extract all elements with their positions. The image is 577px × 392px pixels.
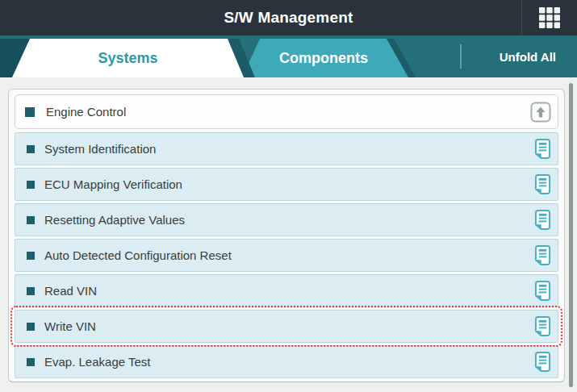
header-divider: [521, 0, 522, 35]
list-item-label: Evap. Leakage Test: [44, 355, 534, 369]
square-bullet-icon: [27, 287, 35, 295]
group-label: Engine Control: [46, 105, 530, 119]
tab-systems-label: Systems: [98, 50, 157, 67]
content-area: Engine Control System Identification E: [0, 77, 577, 392]
square-bullet-icon: [27, 216, 35, 224]
apps-grid-icon: [538, 6, 561, 29]
list-item-label: Resetting Adaptive Values: [44, 213, 534, 227]
collapse-up-icon[interactable]: [530, 102, 551, 123]
tab-components[interactable]: Components: [239, 39, 408, 77]
list-item-ecu-mapping-verification[interactable]: ECU Mapping Verification: [15, 168, 558, 201]
system-list-panel: Engine Control System Identification E: [8, 89, 565, 382]
list-group-engine-control[interactable]: Engine Control: [15, 94, 558, 129]
app-header: S/W Management: [0, 0, 577, 35]
list-item-label: Write VIN: [44, 319, 534, 333]
list-item-label: Read VIN: [44, 284, 534, 298]
document-icon[interactable]: [534, 210, 551, 230]
unfold-all-divider: [460, 44, 462, 69]
document-icon[interactable]: [534, 245, 551, 265]
document-icon[interactable]: [534, 352, 551, 372]
list-item-label: System Identification: [44, 142, 534, 156]
document-icon[interactable]: [534, 139, 551, 159]
unfold-all-button[interactable]: Unfold All: [495, 35, 561, 77]
square-bullet-icon: [27, 323, 35, 331]
list-item-write-vin[interactable]: Write VIN: [15, 310, 558, 343]
vertical-scrollbar[interactable]: [569, 83, 573, 387]
list-item-label: Auto Detected Configuration Reset: [44, 248, 534, 262]
function-list: System Identification ECU Mapping Verifi…: [15, 132, 558, 378]
tab-systems[interactable]: Systems: [12, 39, 244, 77]
page-title: S/W Management: [224, 9, 353, 27]
list-item-resetting-adaptive-values[interactable]: Resetting Adaptive Values: [15, 203, 558, 236]
document-icon[interactable]: [534, 316, 551, 336]
unfold-all-label: Unfold All: [500, 50, 556, 64]
square-bullet-icon: [27, 358, 35, 366]
apps-grid-button[interactable]: [531, 6, 568, 30]
list-item-auto-detected-configuration-reset[interactable]: Auto Detected Configuration Reset: [15, 239, 558, 272]
tab-components-label: Components: [279, 50, 368, 67]
square-bullet-icon: [27, 252, 35, 260]
document-icon[interactable]: [534, 281, 551, 301]
tab-bar: Components Systems: [0, 35, 577, 77]
document-icon[interactable]: [534, 174, 551, 194]
list-item-label: ECU Mapping Verification: [44, 177, 534, 191]
square-bullet-icon: [27, 145, 35, 153]
square-bullet-icon: [25, 107, 35, 117]
list-item-system-identification[interactable]: System Identification: [15, 132, 558, 165]
square-bullet-icon: [27, 181, 35, 189]
list-item-evap-leakage-test[interactable]: Evap. Leakage Test: [15, 345, 558, 378]
list-item-read-vin[interactable]: Read VIN: [15, 274, 558, 307]
